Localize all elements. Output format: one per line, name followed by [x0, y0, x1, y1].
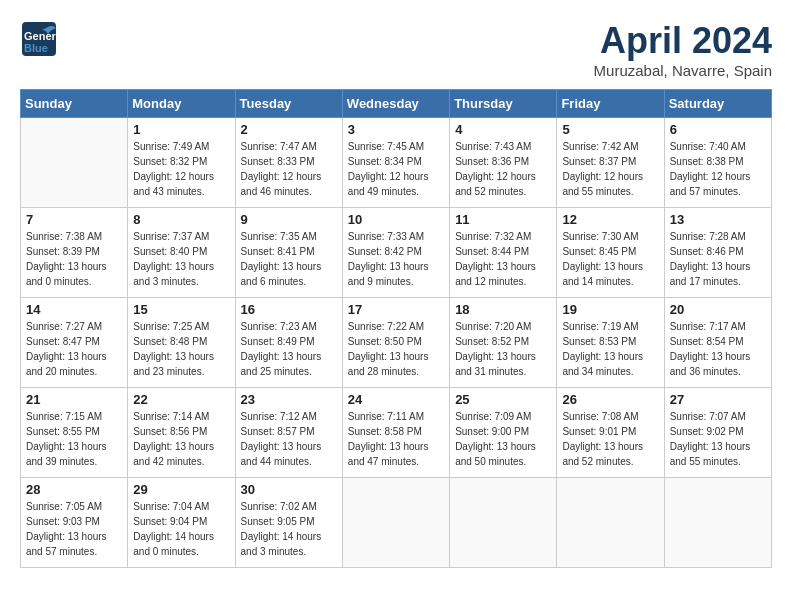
svg-text:General: General — [24, 30, 58, 42]
day-number: 5 — [562, 122, 658, 137]
day-cell — [21, 118, 128, 208]
day-number: 16 — [241, 302, 337, 317]
day-cell: 4Sunrise: 7:43 AMSunset: 8:36 PMDaylight… — [450, 118, 557, 208]
day-info: Sunrise: 7:09 AMSunset: 9:00 PMDaylight:… — [455, 409, 551, 469]
day-cell: 30Sunrise: 7:02 AMSunset: 9:05 PMDayligh… — [235, 478, 342, 568]
day-info: Sunrise: 7:35 AMSunset: 8:41 PMDaylight:… — [241, 229, 337, 289]
day-cell: 1Sunrise: 7:49 AMSunset: 8:32 PMDaylight… — [128, 118, 235, 208]
col-header-tuesday: Tuesday — [235, 90, 342, 118]
day-number: 1 — [133, 122, 229, 137]
day-number: 13 — [670, 212, 766, 227]
week-row-1: 1Sunrise: 7:49 AMSunset: 8:32 PMDaylight… — [21, 118, 772, 208]
day-number: 15 — [133, 302, 229, 317]
week-row-4: 21Sunrise: 7:15 AMSunset: 8:55 PMDayligh… — [21, 388, 772, 478]
day-cell: 16Sunrise: 7:23 AMSunset: 8:49 PMDayligh… — [235, 298, 342, 388]
day-info: Sunrise: 7:23 AMSunset: 8:49 PMDaylight:… — [241, 319, 337, 379]
day-cell: 28Sunrise: 7:05 AMSunset: 9:03 PMDayligh… — [21, 478, 128, 568]
day-info: Sunrise: 7:02 AMSunset: 9:05 PMDaylight:… — [241, 499, 337, 559]
day-info: Sunrise: 7:05 AMSunset: 9:03 PMDaylight:… — [26, 499, 122, 559]
day-info: Sunrise: 7:20 AMSunset: 8:52 PMDaylight:… — [455, 319, 551, 379]
col-header-saturday: Saturday — [664, 90, 771, 118]
month-title: April 2024 — [594, 20, 772, 62]
col-header-friday: Friday — [557, 90, 664, 118]
day-info: Sunrise: 7:08 AMSunset: 9:01 PMDaylight:… — [562, 409, 658, 469]
day-number: 8 — [133, 212, 229, 227]
day-cell: 13Sunrise: 7:28 AMSunset: 8:46 PMDayligh… — [664, 208, 771, 298]
day-number: 21 — [26, 392, 122, 407]
week-row-3: 14Sunrise: 7:27 AMSunset: 8:47 PMDayligh… — [21, 298, 772, 388]
day-info: Sunrise: 7:22 AMSunset: 8:50 PMDaylight:… — [348, 319, 444, 379]
day-cell: 5Sunrise: 7:42 AMSunset: 8:37 PMDaylight… — [557, 118, 664, 208]
day-cell: 9Sunrise: 7:35 AMSunset: 8:41 PMDaylight… — [235, 208, 342, 298]
day-cell: 17Sunrise: 7:22 AMSunset: 8:50 PMDayligh… — [342, 298, 449, 388]
logo: General Blue — [20, 20, 58, 58]
day-cell: 14Sunrise: 7:27 AMSunset: 8:47 PMDayligh… — [21, 298, 128, 388]
day-cell: 15Sunrise: 7:25 AMSunset: 8:48 PMDayligh… — [128, 298, 235, 388]
day-cell: 10Sunrise: 7:33 AMSunset: 8:42 PMDayligh… — [342, 208, 449, 298]
day-number: 29 — [133, 482, 229, 497]
day-info: Sunrise: 7:30 AMSunset: 8:45 PMDaylight:… — [562, 229, 658, 289]
day-cell: 26Sunrise: 7:08 AMSunset: 9:01 PMDayligh… — [557, 388, 664, 478]
location: Muruzabal, Navarre, Spain — [594, 62, 772, 79]
svg-text:Blue: Blue — [24, 42, 48, 54]
title-block: April 2024 Muruzabal, Navarre, Spain — [594, 20, 772, 79]
week-row-5: 28Sunrise: 7:05 AMSunset: 9:03 PMDayligh… — [21, 478, 772, 568]
day-info: Sunrise: 7:07 AMSunset: 9:02 PMDaylight:… — [670, 409, 766, 469]
day-info: Sunrise: 7:40 AMSunset: 8:38 PMDaylight:… — [670, 139, 766, 199]
day-number: 27 — [670, 392, 766, 407]
day-cell: 2Sunrise: 7:47 AMSunset: 8:33 PMDaylight… — [235, 118, 342, 208]
day-number: 26 — [562, 392, 658, 407]
day-cell: 27Sunrise: 7:07 AMSunset: 9:02 PMDayligh… — [664, 388, 771, 478]
week-row-2: 7Sunrise: 7:38 AMSunset: 8:39 PMDaylight… — [21, 208, 772, 298]
day-info: Sunrise: 7:32 AMSunset: 8:44 PMDaylight:… — [455, 229, 551, 289]
header: General Blue April 2024 Muruzabal, Navar… — [20, 20, 772, 79]
day-cell: 22Sunrise: 7:14 AMSunset: 8:56 PMDayligh… — [128, 388, 235, 478]
day-info: Sunrise: 7:14 AMSunset: 8:56 PMDaylight:… — [133, 409, 229, 469]
day-info: Sunrise: 7:17 AMSunset: 8:54 PMDaylight:… — [670, 319, 766, 379]
day-cell: 29Sunrise: 7:04 AMSunset: 9:04 PMDayligh… — [128, 478, 235, 568]
day-cell: 24Sunrise: 7:11 AMSunset: 8:58 PMDayligh… — [342, 388, 449, 478]
day-number: 18 — [455, 302, 551, 317]
day-number: 2 — [241, 122, 337, 137]
day-info: Sunrise: 7:28 AMSunset: 8:46 PMDaylight:… — [670, 229, 766, 289]
day-number: 12 — [562, 212, 658, 227]
day-info: Sunrise: 7:11 AMSunset: 8:58 PMDaylight:… — [348, 409, 444, 469]
day-number: 22 — [133, 392, 229, 407]
day-info: Sunrise: 7:04 AMSunset: 9:04 PMDaylight:… — [133, 499, 229, 559]
day-info: Sunrise: 7:49 AMSunset: 8:32 PMDaylight:… — [133, 139, 229, 199]
day-number: 24 — [348, 392, 444, 407]
day-number: 4 — [455, 122, 551, 137]
day-number: 11 — [455, 212, 551, 227]
day-info: Sunrise: 7:45 AMSunset: 8:34 PMDaylight:… — [348, 139, 444, 199]
day-cell: 21Sunrise: 7:15 AMSunset: 8:55 PMDayligh… — [21, 388, 128, 478]
day-cell: 6Sunrise: 7:40 AMSunset: 8:38 PMDaylight… — [664, 118, 771, 208]
day-info: Sunrise: 7:37 AMSunset: 8:40 PMDaylight:… — [133, 229, 229, 289]
day-cell: 25Sunrise: 7:09 AMSunset: 9:00 PMDayligh… — [450, 388, 557, 478]
day-info: Sunrise: 7:33 AMSunset: 8:42 PMDaylight:… — [348, 229, 444, 289]
day-number: 3 — [348, 122, 444, 137]
day-number: 20 — [670, 302, 766, 317]
day-number: 7 — [26, 212, 122, 227]
day-info: Sunrise: 7:47 AMSunset: 8:33 PMDaylight:… — [241, 139, 337, 199]
day-cell: 8Sunrise: 7:37 AMSunset: 8:40 PMDaylight… — [128, 208, 235, 298]
day-number: 28 — [26, 482, 122, 497]
day-info: Sunrise: 7:15 AMSunset: 8:55 PMDaylight:… — [26, 409, 122, 469]
day-number: 9 — [241, 212, 337, 227]
day-number: 19 — [562, 302, 658, 317]
logo-icon: General Blue — [20, 20, 58, 58]
day-cell — [664, 478, 771, 568]
col-header-monday: Monday — [128, 90, 235, 118]
day-number: 23 — [241, 392, 337, 407]
day-number: 10 — [348, 212, 444, 227]
calendar-table: SundayMondayTuesdayWednesdayThursdayFrid… — [20, 89, 772, 568]
day-info: Sunrise: 7:12 AMSunset: 8:57 PMDaylight:… — [241, 409, 337, 469]
day-number: 25 — [455, 392, 551, 407]
day-info: Sunrise: 7:27 AMSunset: 8:47 PMDaylight:… — [26, 319, 122, 379]
day-info: Sunrise: 7:25 AMSunset: 8:48 PMDaylight:… — [133, 319, 229, 379]
col-header-thursday: Thursday — [450, 90, 557, 118]
day-cell: 19Sunrise: 7:19 AMSunset: 8:53 PMDayligh… — [557, 298, 664, 388]
day-cell: 7Sunrise: 7:38 AMSunset: 8:39 PMDaylight… — [21, 208, 128, 298]
day-number: 17 — [348, 302, 444, 317]
day-number: 30 — [241, 482, 337, 497]
day-info: Sunrise: 7:38 AMSunset: 8:39 PMDaylight:… — [26, 229, 122, 289]
